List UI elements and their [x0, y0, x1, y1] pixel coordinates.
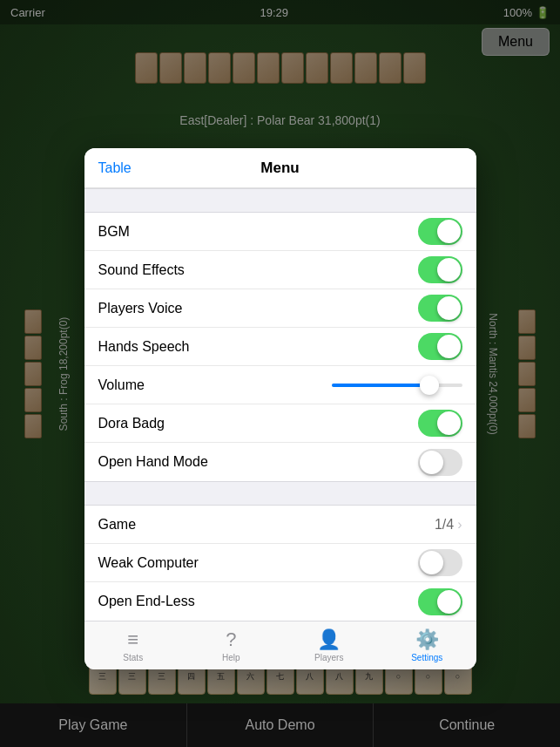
bgm-toggle[interactable] — [418, 218, 462, 245]
players-icon: 👤 — [317, 628, 341, 651]
sound-effects-toggle-knob — [437, 258, 461, 282]
game-chevron-icon: › — [457, 517, 462, 533]
open-endless-item: Open End-Less — [84, 582, 476, 621]
modal-header: Table Menu — [84, 148, 476, 188]
help-tab[interactable]: ? Help — [182, 621, 280, 669]
hands-speech-item: Hands Speech — [84, 328, 476, 366]
players-voice-label: Players Voice — [98, 301, 183, 316]
stats-tab-label: Stats — [123, 653, 143, 662]
open-endless-toggle[interactable] — [418, 588, 462, 615]
section-divider-2 — [84, 481, 476, 506]
table-tab[interactable]: Table — [98, 160, 132, 176]
dora-badg-label: Dora Badg — [98, 416, 165, 431]
game-value-container: 1/4 › — [435, 517, 462, 533]
weak-computer-item: Weak Computer — [84, 544, 476, 582]
open-endless-toggle-knob — [437, 590, 461, 614]
game-value: 1/4 — [435, 517, 454, 533]
weak-computer-toggle[interactable] — [418, 549, 462, 576]
hands-speech-toggle-knob — [437, 335, 461, 358]
sound-effects-toggle[interactable] — [418, 256, 462, 283]
open-hand-mode-item: Open Hand Mode — [84, 443, 476, 481]
help-tab-label: Help — [222, 653, 240, 662]
open-endless-label: Open End-Less — [98, 594, 195, 609]
game-label: Game — [98, 517, 137, 533]
volume-slider-track[interactable] — [332, 384, 462, 387]
hands-speech-label: Hands Speech — [98, 339, 190, 355]
game-item[interactable]: Game 1/4 › — [84, 506, 476, 544]
volume-item: Volume — [84, 366, 476, 404]
hands-speech-toggle[interactable] — [418, 333, 462, 360]
menu-modal: Table Menu BGM Sound Effects Player — [84, 148, 476, 669]
section-divider-1 — [84, 188, 476, 213]
volume-slider-thumb[interactable] — [420, 376, 439, 395]
settings-tab[interactable]: ⚙️ Settings — [378, 621, 476, 669]
volume-slider-fill — [332, 384, 430, 387]
players-tab[interactable]: 👤 Players — [280, 621, 379, 669]
help-icon: ? — [226, 628, 236, 651]
players-voice-item: Players Voice — [84, 289, 476, 328]
settings-tab-label: Settings — [411, 653, 442, 662]
modal-tab-bar: ≡ Stats ? Help 👤 Players ⚙️ Settings — [84, 621, 476, 669]
stats-icon: ≡ — [127, 628, 138, 651]
dora-badg-toggle[interactable] — [418, 410, 462, 437]
players-voice-toggle[interactable] — [418, 295, 462, 322]
open-hand-mode-label: Open Hand Mode — [98, 454, 208, 470]
dora-badg-item: Dora Badg — [84, 404, 476, 443]
settings-icon: ⚙️ — [415, 628, 439, 651]
weak-computer-label: Weak Computer — [98, 555, 199, 571]
volume-label: Volume — [98, 377, 145, 393]
dora-badg-toggle-knob — [437, 411, 461, 435]
players-tab-label: Players — [314, 653, 343, 662]
volume-slider-container — [145, 384, 462, 387]
section-2-items: Game 1/4 › Weak Computer Open End-Less — [84, 506, 476, 621]
open-hand-mode-toggle[interactable] — [418, 449, 462, 476]
bgm-label: BGM — [98, 224, 130, 240]
sound-effects-item: Sound Effects — [84, 251, 476, 289]
sound-effects-label: Sound Effects — [98, 262, 185, 278]
modal-overlay: Table Menu BGM Sound Effects Player — [0, 0, 560, 747]
section-1-items: BGM Sound Effects Players Voice — [84, 213, 476, 481]
weak-computer-toggle-knob — [420, 551, 443, 574]
bgm-toggle-knob — [437, 220, 461, 243]
stats-tab[interactable]: ≡ Stats — [84, 621, 183, 669]
bgm-item: BGM — [84, 213, 476, 251]
players-voice-toggle-knob — [437, 296, 461, 320]
open-hand-mode-toggle-knob — [420, 451, 443, 474]
modal-title: Menu — [260, 160, 299, 177]
